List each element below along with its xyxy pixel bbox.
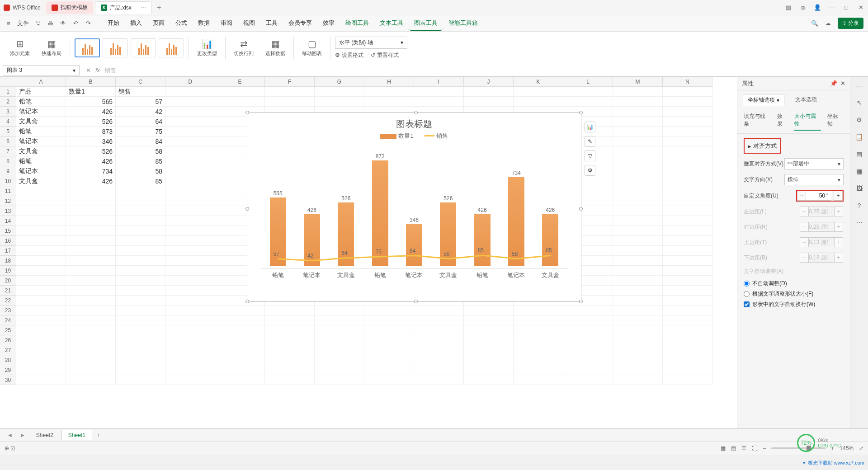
cell[interactable]: 58	[116, 146, 165, 156]
sheet-tab-active[interactable]: Sheet1	[61, 430, 92, 440]
cell[interactable]	[165, 226, 215, 236]
cell[interactable]	[663, 276, 712, 286]
cell[interactable]	[464, 355, 514, 365]
cell[interactable]	[265, 315, 315, 325]
cell[interactable]	[514, 97, 563, 107]
cell[interactable]	[563, 335, 613, 345]
search-icon[interactable]: 🔍	[811, 19, 819, 28]
name-box[interactable]: 图表 3▾	[3, 65, 80, 75]
switch-rowcol-button[interactable]: ⇄切换行列	[230, 38, 257, 57]
radio-resize-shape[interactable]	[744, 291, 750, 297]
cell[interactable]: 产品	[16, 87, 66, 97]
cell[interactable]	[663, 226, 712, 236]
view-normal-icon[interactable]: ▦	[721, 445, 726, 451]
cell[interactable]	[116, 296, 165, 306]
cell[interactable]	[66, 286, 116, 296]
row-header[interactable]: 21	[0, 286, 16, 296]
row-header[interactable]: 13	[0, 206, 16, 216]
x-tick[interactable]: 笔记本	[401, 271, 428, 279]
cell[interactable]	[165, 335, 215, 345]
sheet-tab[interactable]: Sheet2	[30, 430, 60, 440]
cell[interactable]: 85	[116, 156, 165, 166]
cell[interactable]	[116, 375, 165, 385]
menu-icon[interactable]: ≡	[5, 19, 13, 28]
cell[interactable]	[66, 345, 116, 355]
row-header[interactable]: 15	[0, 226, 16, 236]
textdir-select[interactable]: 横排▾	[784, 174, 844, 185]
cell[interactable]	[165, 97, 215, 107]
tab-template[interactable]: 找稻壳模板	[46, 1, 93, 14]
cell[interactable]	[165, 266, 215, 276]
cell[interactable]	[663, 236, 712, 246]
cell[interactable]	[66, 186, 116, 196]
cell[interactable]	[315, 345, 364, 355]
cell[interactable]	[663, 127, 712, 136]
cell[interactable]	[165, 345, 215, 355]
cell[interactable]	[165, 136, 215, 146]
col-header[interactable]: N	[663, 77, 712, 87]
cell[interactable]	[563, 325, 613, 335]
menu-绘图工具[interactable]: 绘图工具	[341, 16, 373, 31]
cell[interactable]	[16, 306, 66, 315]
decrement-button[interactable]: −	[797, 191, 806, 201]
x-tick[interactable]: 文具盒	[434, 271, 462, 279]
cell[interactable]: 文具盒	[16, 117, 66, 127]
cell[interactable]	[514, 315, 563, 325]
row-header[interactable]: 12	[0, 196, 16, 206]
cell[interactable]	[16, 196, 66, 206]
print-icon[interactable]: 🖶	[46, 19, 54, 28]
cell[interactable]	[613, 345, 663, 355]
cell[interactable]: 文具盒	[16, 176, 66, 186]
cell[interactable]	[613, 186, 663, 196]
row-header[interactable]: 19	[0, 266, 16, 276]
cell[interactable]	[215, 315, 265, 325]
sheet-prev[interactable]: ◄	[5, 432, 15, 438]
cell[interactable]	[364, 355, 414, 365]
layout-icon[interactable]: ▥	[785, 4, 792, 11]
cell[interactable]	[414, 345, 464, 355]
cell[interactable]	[315, 87, 364, 97]
cell[interactable]	[16, 375, 66, 385]
cell[interactable]	[563, 375, 613, 385]
cell[interactable]	[464, 365, 514, 375]
tab-file[interactable]: S 产品.xlsx ⋯	[95, 1, 152, 14]
cell[interactable]	[16, 236, 66, 246]
chart-style-3[interactable]	[131, 38, 156, 57]
view-outline-icon[interactable]: ☰	[741, 445, 746, 451]
cell[interactable]	[364, 345, 414, 355]
cell[interactable]	[514, 306, 563, 315]
cell[interactable]	[663, 246, 712, 256]
cell[interactable]	[364, 97, 414, 107]
cell[interactable]	[364, 375, 414, 385]
image-icon[interactable]: 🖼	[854, 183, 864, 193]
cell[interactable]	[215, 345, 265, 355]
cell[interactable]: 58	[116, 166, 165, 176]
cell[interactable]	[116, 355, 165, 365]
cell[interactable]: 数量1	[66, 87, 116, 97]
collapse-icon[interactable]: —	[854, 80, 864, 90]
cell[interactable]: 565	[66, 97, 116, 107]
angle-field[interactable]	[806, 191, 831, 201]
cell[interactable]	[66, 335, 116, 345]
cell[interactable]	[165, 325, 215, 335]
subtab[interactable]: 坐标轴	[827, 113, 844, 131]
cell[interactable]	[66, 296, 116, 306]
fx-icon[interactable]: fx	[95, 67, 100, 74]
increment-button[interactable]: +	[834, 191, 843, 201]
cell[interactable]	[215, 97, 265, 107]
cell[interactable]	[165, 87, 215, 97]
cell[interactable]	[16, 276, 66, 286]
row-header[interactable]: 16	[0, 236, 16, 246]
cell[interactable]	[514, 375, 563, 385]
cell[interactable]	[464, 335, 514, 345]
cell[interactable]	[613, 325, 663, 335]
cell[interactable]	[364, 365, 414, 375]
zoom-out[interactable]: −	[763, 445, 766, 451]
row-header[interactable]: 20	[0, 276, 16, 286]
cell[interactable]: 426	[66, 176, 116, 186]
cell[interactable]	[265, 375, 315, 385]
cell[interactable]	[663, 335, 712, 345]
layers-icon[interactable]: ▤	[854, 149, 864, 159]
cell[interactable]	[663, 325, 712, 335]
col-header[interactable]: J	[464, 77, 514, 87]
